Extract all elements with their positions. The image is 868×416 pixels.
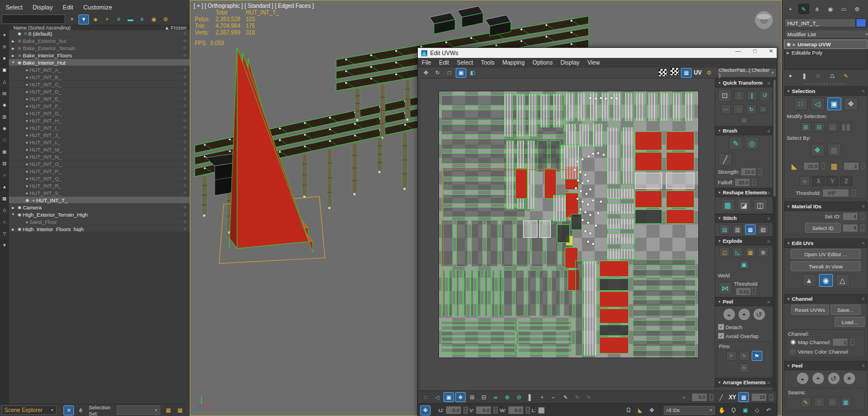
expand-arrow-icon[interactable]: ▶ (10, 53, 16, 57)
material-id-filter-dropdown[interactable]: All IDs▼ (664, 406, 715, 415)
frozen-toggle-icon[interactable]: ✛ (180, 169, 190, 174)
pin-tool-icon[interactable]: ⚑ (726, 351, 737, 361)
element-mode-icon[interactable]: ❖ (455, 392, 466, 402)
frozen-toggle-icon[interactable]: ✛ (180, 227, 190, 232)
filter-assemblies-icon[interactable]: ◇ (1, 206, 9, 214)
lock-selection-icon[interactable]: Ω (623, 405, 634, 415)
tree-row[interactable]: ▼◉Bake_Interior_Hut✛ (9, 59, 190, 66)
uv-island[interactable] (666, 131, 694, 150)
map-channel-field[interactable]: 2 (832, 338, 848, 346)
uv-island[interactable] (551, 270, 560, 316)
uv-island[interactable] (666, 152, 694, 171)
avoid-overlap-checkbox[interactable]: ✓ (718, 332, 724, 339)
tree-row[interactable]: ◉≡0 (default)✛ (9, 30, 190, 37)
frozen-toggle-icon[interactable]: ✛ (180, 75, 190, 80)
add-layer-icon[interactable]: + (102, 14, 112, 25)
explorer-selector-dropdown[interactable]: Scene Explorer▼ (2, 405, 57, 415)
steering-wheel-icon[interactable] (752, 8, 776, 32)
tweak-in-view-button[interactable]: Tweak In View (791, 261, 861, 271)
uv-island[interactable] (666, 173, 694, 189)
select-by-cube-icon[interactable]: ❖ (811, 144, 825, 156)
uv-island[interactable] (666, 190, 694, 208)
scale-icon[interactable]: □ (444, 68, 455, 78)
nested-layers-icon[interactable]: ≡ (137, 14, 147, 25)
soft-selection-icon[interactable]: ○ (679, 392, 689, 402)
frozen-toggle-icon[interactable]: ✛ (180, 205, 190, 210)
minimize-button[interactable]: — (736, 48, 741, 54)
uv-island[interactable] (515, 168, 527, 199)
menu-display[interactable]: Display (560, 59, 579, 66)
vertex-mode-icon[interactable]: ∷ (420, 392, 431, 402)
loop-l-icon[interactable]: ⌐ (549, 392, 559, 402)
tree-row[interactable]: ●HUT_INT_M_✛ (9, 146, 190, 153)
grow-selection-icon[interactable]: ⊞ (467, 392, 477, 402)
uv-island[interactable] (635, 131, 662, 150)
object-name-field[interactable]: HUT_INT_T_ (785, 18, 856, 27)
uv-island[interactable] (539, 221, 551, 238)
uv-island[interactable] (544, 168, 556, 199)
loop-icon[interactable]: ❚❚ (841, 122, 851, 132)
uv-island[interactable] (553, 195, 566, 222)
visibility-eye-icon[interactable]: ◉ (16, 60, 23, 65)
explode-element-icon[interactable]: ▣ (739, 260, 749, 270)
align-center-icon[interactable]: ◇ (733, 104, 744, 114)
uv-island[interactable] (599, 291, 629, 307)
uv-island[interactable]: ↑ (566, 214, 571, 234)
rollout-explode[interactable]: ▼Explode (715, 237, 773, 246)
uv-island[interactable] (601, 92, 610, 121)
expand-arrow-icon[interactable]: ▶ (10, 39, 16, 43)
frozen-toggle-icon[interactable]: ✛ (180, 46, 190, 51)
paint-move-brush-icon[interactable]: ✎ (729, 137, 743, 150)
menu-tools[interactable]: Tools (481, 59, 495, 66)
flatten-angle-icon[interactable]: ◺ (732, 247, 743, 257)
expand-arrow-icon[interactable]: ▼ (10, 213, 16, 216)
uv-island[interactable] (575, 261, 583, 356)
box-map-icon[interactable]: ◫ (753, 199, 767, 212)
texture-dropdown[interactable]: CheckerPatt...( Checker )▼ (717, 68, 777, 77)
frozen-toggle-icon[interactable]: ✛ (180, 104, 190, 109)
uv-island[interactable] (516, 94, 525, 137)
configure-modifier-icon[interactable]: ✎ (841, 71, 851, 81)
paint-select-icon[interactable]: ✎ (560, 392, 571, 402)
uv-island[interactable] (660, 92, 669, 121)
tree-row[interactable]: ●HUT_INT_D_✛ (9, 88, 190, 95)
quick-peel-icon[interactable]: ◒ (723, 308, 736, 321)
window-titlebar[interactable]: Edit UVWs — □ ✕ (418, 48, 777, 58)
set-id-field[interactable]: 4 (842, 212, 858, 221)
frozen-toggle-icon[interactable]: ✛ (180, 118, 190, 123)
peel-reset-icon[interactable]: ↺ (827, 372, 840, 385)
align-pivot-icon[interactable]: ⊡ (718, 89, 732, 102)
brush-falloff-field[interactable]: 20.0 (734, 178, 750, 187)
tree-row[interactable]: ●HUT_INT_S_✛ (9, 189, 190, 197)
uv-island[interactable] (633, 270, 696, 276)
create-selection-set-icon[interactable]: ▦ (163, 405, 174, 415)
uv-island[interactable] (484, 270, 487, 316)
freeform-icon[interactable]: ▣ (456, 68, 466, 78)
menu-display[interactable]: Display (33, 4, 53, 11)
zoom-selected-icon[interactable]: ↶ (763, 405, 774, 415)
uv-island[interactable] (518, 321, 571, 355)
falloff-space-icon[interactable]: ▦ (738, 392, 749, 402)
planar-angle-icon[interactable]: ◣ (787, 160, 801, 173)
panel-divider[interactable] (805, 83, 846, 85)
matid-field[interactable]: 1 (844, 162, 859, 170)
frozen-toggle-icon[interactable]: ✛ (180, 125, 190, 130)
point-to-point-seam-icon[interactable]: ∵ (814, 397, 825, 407)
zoom-icon[interactable]: Ϙ (728, 405, 739, 415)
uv-island[interactable] (673, 92, 682, 121)
tree-row[interactable]: ●HUT_INT_O_✛ (9, 160, 190, 168)
uv-tile-area[interactable]: ↑ (438, 91, 699, 358)
uv-island[interactable] (623, 127, 635, 184)
save-button[interactable]: Save... (831, 305, 861, 315)
uv-island[interactable] (578, 92, 586, 121)
uv-island[interactable] (635, 190, 662, 208)
home-icon[interactable]: ⌂ (1, 218, 9, 226)
filter-lights-icon[interactable]: ■ (1, 54, 9, 62)
show-end-result-icon[interactable]: ❚ (799, 71, 810, 81)
uv-island[interactable] (666, 209, 694, 224)
stitch-average-icon[interactable]: ▥ (732, 224, 743, 234)
uv-island[interactable] (462, 270, 466, 316)
uv-island[interactable] (455, 270, 459, 316)
paint-select-add-icon[interactable]: ✎ (572, 392, 583, 402)
frozen-toggle-icon[interactable]: ✛ (180, 154, 190, 159)
